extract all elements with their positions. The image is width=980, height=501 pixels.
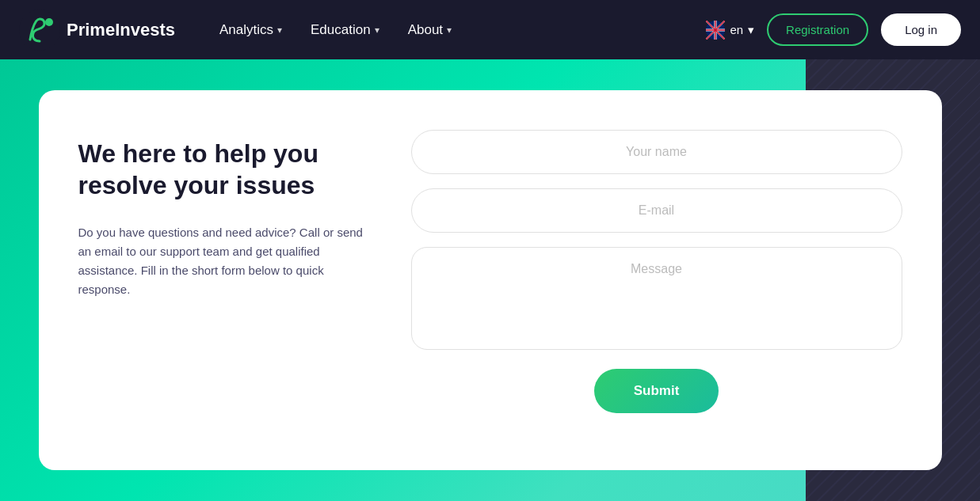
logo[interactable]: PrimeInvests — [19, 9, 175, 51]
card-heading: We here to help you resolve your issues — [78, 138, 364, 201]
card-description: Do you have questions and need advice? C… — [78, 223, 364, 299]
name-input[interactable] — [411, 130, 902, 174]
email-input[interactable] — [411, 188, 902, 233]
contact-card: We here to help you resolve your issues … — [39, 90, 942, 470]
nav-analytics[interactable]: Analytics ▾ — [207, 16, 295, 44]
svg-point-1 — [45, 18, 53, 26]
language-selector[interactable]: en ▾ — [706, 21, 754, 40]
analytics-chevron-icon: ▾ — [277, 25, 282, 36]
registration-button[interactable]: Registration — [767, 13, 868, 46]
lang-chevron-icon: ▾ — [748, 23, 754, 37]
nav-about[interactable]: About ▾ — [395, 16, 464, 44]
flag-icon — [706, 21, 725, 40]
education-chevron-icon: ▾ — [375, 25, 379, 36]
logo-icon — [19, 9, 60, 51]
nav-links: Analytics ▾ Education ▾ About ▾ — [207, 16, 706, 44]
main-content: We here to help you resolve your issues … — [0, 59, 980, 501]
navbar: PrimeInvests Analytics ▾ Education ▾ Abo… — [0, 0, 980, 59]
logo-text: PrimeInvests — [67, 20, 175, 40]
contact-form: Submit — [411, 130, 902, 413]
message-input[interactable] — [411, 247, 902, 350]
nav-right: en ▾ Registration Log in — [706, 13, 961, 46]
submit-button[interactable]: Submit — [594, 369, 719, 413]
about-chevron-icon: ▾ — [447, 25, 452, 36]
login-button[interactable]: Log in — [881, 13, 961, 46]
svg-point-0 — [19, 9, 60, 51]
card-left: We here to help you resolve your issues … — [78, 130, 364, 299]
nav-education[interactable]: Education ▾ — [298, 16, 392, 44]
